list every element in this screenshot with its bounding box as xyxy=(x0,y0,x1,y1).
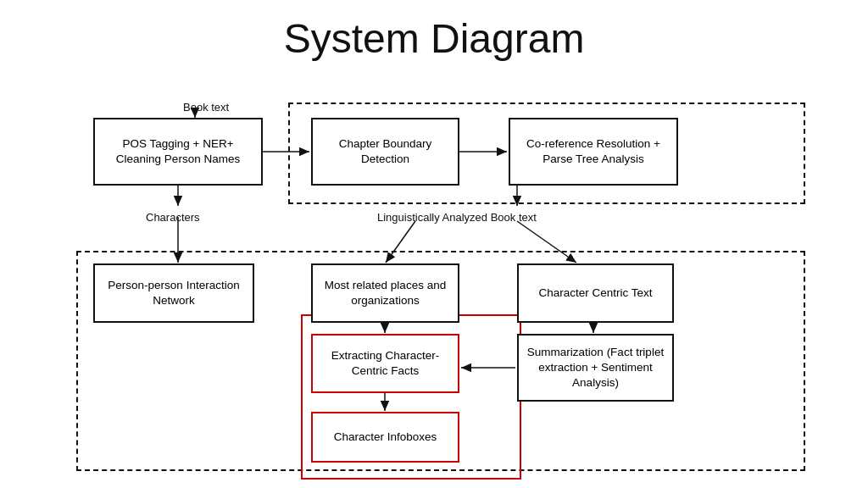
person-person-box: Person-person Interaction Network xyxy=(93,263,254,323)
chapter-boundary-box: Chapter Boundary Detection xyxy=(311,118,459,186)
infoboxes-box: Character Infoboxes xyxy=(311,412,459,463)
book-text-label: Book text xyxy=(183,101,229,114)
linguistically-label: Linguistically Analyzed Book text xyxy=(377,211,537,224)
coreference-box: Co-reference Resolution + Parse Tree Ana… xyxy=(509,118,678,186)
most-related-box: Most related places and organizations xyxy=(311,263,459,323)
summarization-box: Summarization (Fact triplet extraction +… xyxy=(517,334,674,402)
character-centric-text-box: Character Centric Text xyxy=(517,263,674,323)
pos-tagging-box: POS Tagging + NER+ Cleaning Person Names xyxy=(93,118,263,186)
extracting-box: Extracting Character- Centric Facts xyxy=(311,334,459,393)
page-title: System Diagram xyxy=(0,0,868,69)
characters-label: Characters xyxy=(146,211,200,224)
